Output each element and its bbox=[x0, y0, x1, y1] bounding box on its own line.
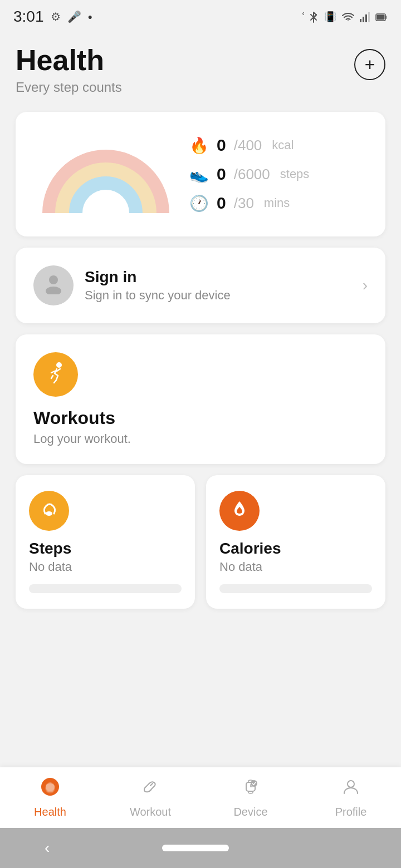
status-time: 3:01 bbox=[13, 8, 44, 26]
battery-icon bbox=[375, 11, 388, 23]
flame-icon: 🔥 bbox=[189, 136, 209, 155]
profile-nav-icon bbox=[341, 777, 361, 801]
device-nav-icon bbox=[241, 777, 261, 801]
svg-point-13 bbox=[251, 780, 257, 787]
steps-col-title: Steps bbox=[29, 540, 182, 558]
steps-goal: /6000 bbox=[234, 166, 270, 183]
workout-icon-circle bbox=[33, 352, 78, 397]
home-indicator[interactable] bbox=[162, 845, 229, 851]
profile-nav-label: Profile bbox=[335, 806, 367, 818]
stats-list: 🔥 0 /400 kcal 👟 0 /6000 steps 🕐 0 /30 mi… bbox=[189, 136, 368, 213]
steps-nodata: No data bbox=[29, 560, 182, 574]
svg-rect-5 bbox=[377, 15, 385, 20]
gear-icon: ⚙ bbox=[51, 10, 61, 23]
plus-icon: + bbox=[365, 56, 375, 73]
health-nav-label: Health bbox=[34, 806, 66, 818]
calories-current: 0 bbox=[217, 136, 226, 155]
svg-point-14 bbox=[348, 781, 354, 787]
status-left: 3:01 ⚙ 🎤 ● bbox=[13, 8, 92, 26]
rainbow-visual bbox=[33, 130, 178, 219]
main-content: Health Every step counts + 🔥 0 /400 kcal bbox=[0, 33, 401, 721]
chevron-right-icon: › bbox=[363, 277, 368, 294]
health-nav-icon bbox=[40, 777, 60, 801]
signal-icon bbox=[360, 11, 370, 23]
steps-bar bbox=[29, 584, 182, 593]
svg-point-6 bbox=[49, 275, 58, 284]
bluetooth-icon: ʿ bbox=[302, 10, 319, 24]
nav-item-device[interactable]: Device bbox=[200, 777, 301, 818]
device-nav-label: Device bbox=[233, 806, 267, 818]
two-col-row: Steps No data Calories No data bbox=[16, 475, 385, 609]
steps-unit: steps bbox=[280, 167, 310, 181]
svg-point-8 bbox=[56, 362, 62, 368]
steps-icon-circle bbox=[29, 491, 69, 531]
workout-nav-label: Workout bbox=[130, 806, 171, 818]
page-subtitle: Every step counts bbox=[16, 80, 122, 95]
svg-point-11 bbox=[46, 782, 55, 791]
svg-point-7 bbox=[46, 287, 61, 294]
svg-rect-3 bbox=[368, 12, 370, 22]
status-right: ʿ 📳 bbox=[302, 10, 388, 24]
svg-rect-0 bbox=[360, 19, 361, 22]
signin-card[interactable]: Sign in Sign in to sync your device › bbox=[16, 248, 385, 323]
calories-icon-circle bbox=[219, 491, 260, 531]
svg-rect-2 bbox=[365, 14, 367, 22]
vibrate-icon: 📳 bbox=[324, 11, 336, 23]
nav-item-profile[interactable]: Profile bbox=[301, 777, 401, 818]
workouts-card[interactable]: Workouts Log your workout. bbox=[16, 334, 385, 464]
stats-card: 🔥 0 /400 kcal 👟 0 /6000 steps 🕐 0 /30 mi… bbox=[16, 112, 385, 236]
page-header: Health Every step counts + bbox=[16, 45, 385, 95]
minutes-current: 0 bbox=[217, 194, 226, 213]
person-icon bbox=[42, 272, 65, 299]
add-button[interactable]: + bbox=[354, 49, 385, 80]
avatar bbox=[33, 265, 74, 305]
calories-goal: /400 bbox=[234, 137, 262, 154]
calories-stat: 🔥 0 /400 kcal bbox=[189, 136, 368, 155]
dot-icon: ● bbox=[88, 12, 92, 21]
calories-bar bbox=[219, 584, 372, 593]
mic-icon: 🎤 bbox=[67, 10, 81, 23]
workouts-title: Workouts bbox=[33, 408, 368, 428]
minutes-stat: 🕐 0 /30 mins bbox=[189, 194, 368, 213]
status-bar: 3:01 ⚙ 🎤 ● ʿ 📳 bbox=[0, 0, 401, 33]
page-title: Health bbox=[16, 45, 122, 76]
calories-card[interactable]: Calories No data bbox=[206, 475, 385, 609]
svg-rect-1 bbox=[363, 17, 364, 22]
bottom-nav: Health Workout Device bbox=[0, 767, 401, 828]
steps-current: 0 bbox=[217, 165, 226, 184]
steps-col-icon bbox=[38, 498, 60, 524]
calories-col-icon bbox=[229, 498, 250, 524]
back-button[interactable]: ‹ bbox=[45, 839, 50, 857]
signin-text: Sign in Sign in to sync your device bbox=[85, 268, 351, 303]
nav-item-workout[interactable]: Workout bbox=[100, 777, 200, 818]
clock-icon: 🕐 bbox=[189, 194, 209, 213]
system-nav-bar: ‹ bbox=[0, 828, 401, 868]
shoe-icon: 👟 bbox=[189, 165, 209, 184]
workouts-subtitle: Log your workout. bbox=[33, 432, 368, 446]
steps-card[interactable]: Steps No data bbox=[16, 475, 195, 609]
wifi-icon bbox=[342, 11, 354, 23]
nav-item-health[interactable]: Health bbox=[0, 777, 100, 818]
signin-title: Sign in bbox=[85, 268, 351, 286]
calories-unit: kcal bbox=[272, 138, 294, 152]
workout-nav-icon bbox=[140, 777, 160, 801]
minutes-unit: mins bbox=[264, 196, 290, 210]
run-icon bbox=[43, 360, 68, 389]
calories-col-title: Calories bbox=[219, 540, 372, 558]
minutes-goal: /30 bbox=[234, 195, 254, 212]
signin-subtitle: Sign in to sync your device bbox=[85, 288, 351, 303]
svg-point-9 bbox=[46, 511, 52, 516]
steps-stat: 👟 0 /6000 steps bbox=[189, 165, 368, 184]
calories-nodata: No data bbox=[219, 560, 372, 574]
header-text: Health Every step counts bbox=[16, 45, 122, 95]
